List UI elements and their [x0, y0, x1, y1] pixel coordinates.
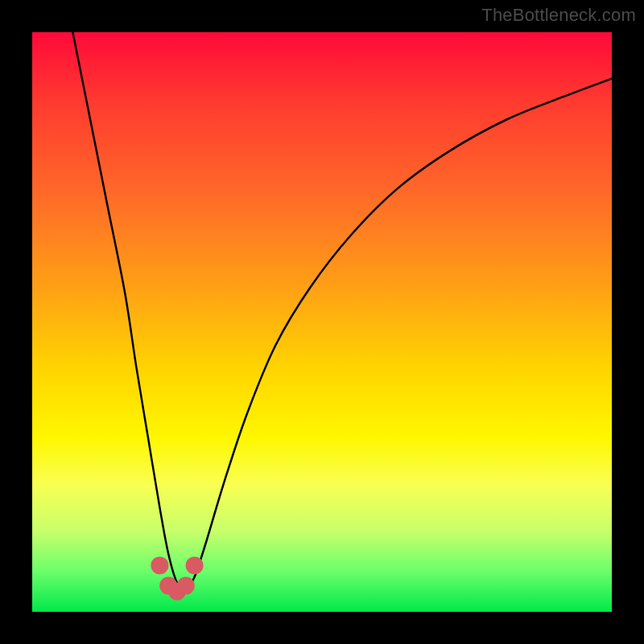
plot-area [32, 32, 612, 612]
chart-svg [32, 32, 612, 612]
valley-marker [186, 556, 204, 574]
valley-marker [177, 577, 195, 595]
bottleneck-curve [72, 32, 612, 589]
valley-marker [151, 556, 168, 574]
chart-frame: TheBottleneck.com [0, 0, 644, 644]
valley-marker-group [151, 556, 203, 600]
watermark-text: TheBottleneck.com [481, 5, 636, 26]
